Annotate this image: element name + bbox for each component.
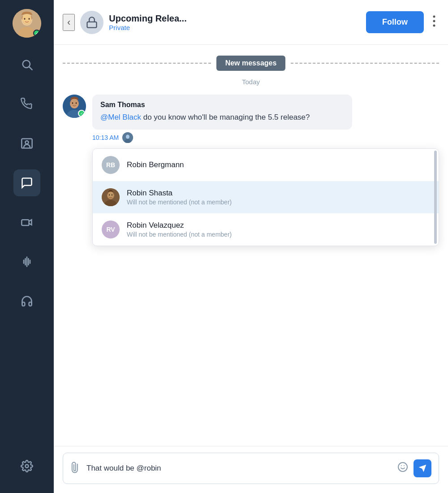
- user-avatar[interactable]: [13, 9, 41, 38]
- seen-avatar: [122, 132, 133, 143]
- message-bubble: Sam Thomas @Mel Black do you know who'll…: [92, 95, 352, 130]
- svg-rect-13: [22, 220, 29, 225]
- online-status-indicator: [33, 30, 40, 37]
- divider-line-right: [291, 63, 439, 64]
- mention-sub-rv: Will not be mentioned (not a member): [127, 231, 232, 238]
- message-item: Sam Thomas @Mel Black do you know who'll…: [63, 95, 439, 143]
- svg-point-42: [108, 192, 114, 198]
- input-area: [54, 446, 448, 493]
- svg-point-22: [433, 20, 435, 22]
- sender-online-indicator: [78, 110, 85, 117]
- svg-point-32: [76, 102, 77, 104]
- dropdown-scrollbar[interactable]: [434, 151, 437, 244]
- channel-name: Upcoming Relea...: [109, 13, 361, 24]
- svg-point-45: [398, 463, 407, 471]
- svg-point-19: [26, 465, 29, 468]
- mention-info-rb: Robin Bergmann: [127, 160, 184, 169]
- svg-point-12: [26, 141, 29, 144]
- message-input-box: [63, 453, 439, 484]
- message-sender: Sam Thomas: [100, 101, 344, 109]
- emoji-icon[interactable]: [397, 462, 408, 475]
- svg-rect-20: [87, 22, 97, 27]
- svg-line-10: [29, 67, 32, 69]
- svg-point-44: [112, 194, 112, 195]
- svg-point-31: [72, 102, 73, 104]
- mention-name-rv: Robin Velazquez: [127, 221, 232, 230]
- svg-point-43: [109, 194, 110, 195]
- send-button[interactable]: [414, 459, 431, 477]
- sidebar-settings[interactable]: [13, 444, 40, 493]
- channel-icon: [80, 11, 103, 34]
- channel-type: Private: [109, 24, 361, 31]
- mention-avatar-rb: RB: [102, 156, 120, 174]
- message-content: Sam Thomas @Mel Black do you know who'll…: [92, 95, 439, 143]
- sidebar-item-contacts[interactable]: [13, 130, 40, 157]
- mention-dropdown: RB Robin Bergmann: [92, 148, 439, 246]
- sidebar: [0, 0, 54, 493]
- sidebar-item-settings[interactable]: [13, 453, 40, 480]
- mention-tag: @Mel Black: [100, 113, 141, 121]
- mention-item-robin-bergmann[interactable]: RB Robin Bergmann: [93, 149, 439, 181]
- divider-line-left: [63, 63, 211, 64]
- new-messages-badge: New messages: [216, 56, 286, 71]
- message-time: 10:13 AM: [92, 134, 119, 141]
- svg-point-21: [433, 15, 435, 17]
- mention-info-rv: Robin Velazquez Will not be mentioned (n…: [127, 221, 232, 238]
- mention-avatar-rs: [102, 188, 120, 206]
- sidebar-navigation: [0, 47, 54, 444]
- svg-point-8: [29, 18, 30, 20]
- attach-icon[interactable]: [67, 460, 84, 477]
- svg-point-23: [433, 24, 435, 26]
- mention-item-robin-velazquez[interactable]: RV Robin Velazquez Will not be mentioned…: [93, 213, 439, 246]
- channel-header: ‹ Upcoming Relea... Private Follow: [54, 0, 448, 45]
- sidebar-item-search[interactable]: [13, 51, 40, 78]
- svg-point-7: [24, 18, 26, 20]
- sidebar-item-messages[interactable]: [13, 169, 40, 196]
- mention-sub-rs: Will not be mentioned (not a member): [127, 199, 232, 206]
- chat-area: New messages Today: [54, 45, 448, 446]
- main-content: ‹ Upcoming Relea... Private Follow New m…: [54, 0, 448, 493]
- today-label: Today: [63, 78, 439, 86]
- message-avatar: [63, 95, 86, 118]
- svg-point-34: [126, 134, 129, 138]
- sidebar-item-support[interactable]: [13, 288, 40, 315]
- sidebar-item-phone[interactable]: [13, 91, 40, 117]
- sidebar-item-video[interactable]: [13, 209, 40, 236]
- new-messages-divider: New messages: [63, 56, 439, 71]
- message-body: do you know who'll be managing the 5.5 r…: [141, 113, 310, 121]
- mention-item-robin-shasta[interactable]: Robin Shasta Will not be mentioned (not …: [93, 181, 439, 213]
- mention-info-rs: Robin Shasta Will not be mentioned (not …: [127, 189, 232, 206]
- more-options-button[interactable]: [429, 13, 439, 31]
- message-text: @Mel Black do you know who'll be managin…: [100, 112, 344, 123]
- mention-name-rs: Robin Shasta: [127, 189, 232, 198]
- channel-info: Upcoming Relea... Private: [109, 13, 361, 31]
- back-button[interactable]: ‹: [63, 14, 75, 31]
- mention-name-rb: Robin Bergmann: [127, 160, 184, 169]
- mention-avatar-rv: RV: [102, 221, 120, 238]
- sidebar-item-audio[interactable]: [13, 248, 40, 275]
- message-meta: 10:13 AM: [92, 132, 439, 143]
- message-input[interactable]: [86, 464, 392, 473]
- follow-button[interactable]: Follow: [366, 11, 424, 33]
